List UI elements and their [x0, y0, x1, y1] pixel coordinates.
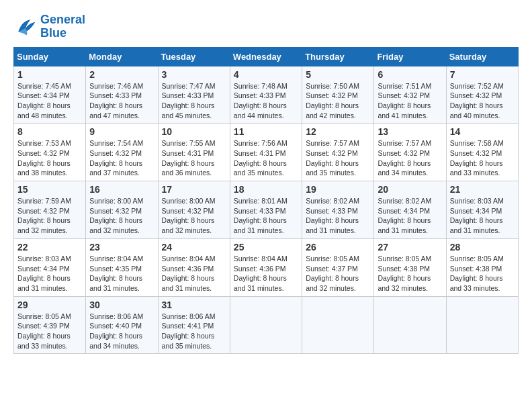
day-info: Sunrise: 8:03 AM Sunset: 4:34 PM Dayligh… [17, 254, 82, 293]
calendar-cell: 24 Sunrise: 8:04 AM Sunset: 4:36 PM Dayl… [158, 238, 230, 296]
day-number: 7 [450, 69, 515, 80]
calendar-cell: 20 Sunrise: 8:02 AM Sunset: 4:34 PM Dayl… [374, 181, 446, 239]
calendar-week-row: 22 Sunrise: 8:03 AM Sunset: 4:34 PM Dayl… [14, 238, 519, 296]
calendar-cell: 12 Sunrise: 7:57 AM Sunset: 4:32 PM Dayl… [302, 124, 374, 181]
day-number: 22 [17, 242, 82, 253]
calendar-cell: 19 Sunrise: 8:02 AM Sunset: 4:33 PM Dayl… [302, 181, 374, 239]
logo: General Blue [13, 13, 85, 40]
calendar-cell [446, 296, 518, 354]
calendar-week-row: 1 Sunrise: 7:45 AM Sunset: 4:34 PM Dayli… [14, 66, 519, 124]
calendar-cell: 26 Sunrise: 8:05 AM Sunset: 4:37 PM Dayl… [302, 238, 374, 296]
day-number: 12 [306, 126, 370, 137]
day-number: 2 [89, 69, 154, 80]
day-number: 11 [234, 126, 298, 137]
day-number: 31 [162, 300, 226, 310]
calendar-cell: 28 Sunrise: 8:05 AM Sunset: 4:38 PM Dayl… [446, 238, 518, 296]
day-info: Sunrise: 7:57 AM Sunset: 4:32 PM Dayligh… [306, 138, 370, 178]
calendar-cell: 30 Sunrise: 8:06 AM Sunset: 4:40 PM Dayl… [86, 296, 158, 354]
calendar-cell: 7 Sunrise: 7:52 AM Sunset: 4:32 PM Dayli… [446, 66, 518, 124]
day-info: Sunrise: 8:06 AM Sunset: 4:40 PM Dayligh… [89, 312, 154, 351]
day-info: Sunrise: 7:56 AM Sunset: 4:31 PM Dayligh… [234, 138, 298, 178]
day-number: 15 [17, 184, 82, 195]
day-number: 27 [378, 242, 442, 253]
calendar-cell: 16 Sunrise: 8:00 AM Sunset: 4:32 PM Dayl… [86, 181, 158, 239]
weekday-header-tuesday: Tuesday [158, 47, 230, 66]
calendar-cell [374, 296, 446, 354]
day-number: 25 [234, 242, 298, 253]
day-number: 19 [306, 184, 370, 195]
calendar-cell: 6 Sunrise: 7:51 AM Sunset: 4:32 PM Dayli… [374, 66, 446, 124]
calendar-cell: 8 Sunrise: 7:53 AM Sunset: 4:32 PM Dayli… [14, 124, 86, 181]
day-info: Sunrise: 7:46 AM Sunset: 4:33 PM Dayligh… [89, 81, 154, 121]
day-number: 29 [17, 300, 82, 310]
weekday-header-sunday: Sunday [14, 47, 86, 66]
calendar-cell [230, 296, 302, 354]
calendar-cell: 10 Sunrise: 7:55 AM Sunset: 4:31 PM Dayl… [158, 124, 230, 181]
calendar-cell: 14 Sunrise: 7:58 AM Sunset: 4:32 PM Dayl… [446, 124, 518, 181]
day-info: Sunrise: 7:59 AM Sunset: 4:32 PM Dayligh… [17, 196, 82, 236]
calendar-cell: 21 Sunrise: 8:03 AM Sunset: 4:34 PM Dayl… [446, 181, 518, 239]
calendar-week-row: 15 Sunrise: 7:59 AM Sunset: 4:32 PM Dayl… [14, 181, 519, 239]
day-info: Sunrise: 7:51 AM Sunset: 4:32 PM Dayligh… [378, 81, 442, 121]
day-number: 14 [450, 126, 515, 137]
day-info: Sunrise: 7:53 AM Sunset: 4:32 PM Dayligh… [17, 138, 82, 178]
logo-text: General Blue [40, 13, 85, 40]
day-info: Sunrise: 8:04 AM Sunset: 4:36 PM Dayligh… [162, 254, 226, 293]
day-info: Sunrise: 8:06 AM Sunset: 4:41 PM Dayligh… [162, 312, 226, 351]
calendar-table: SundayMondayTuesdayWednesdayThursdayFrid… [13, 47, 519, 355]
calendar-cell: 9 Sunrise: 7:54 AM Sunset: 4:32 PM Dayli… [86, 124, 158, 181]
calendar-cell [302, 296, 374, 354]
calendar-cell: 25 Sunrise: 8:04 AM Sunset: 4:36 PM Dayl… [230, 238, 302, 296]
calendar-cell: 11 Sunrise: 7:56 AM Sunset: 4:31 PM Dayl… [230, 124, 302, 181]
weekday-header-monday: Monday [86, 47, 158, 66]
day-number: 28 [450, 242, 515, 253]
day-info: Sunrise: 8:05 AM Sunset: 4:38 PM Dayligh… [450, 254, 515, 293]
calendar-cell: 17 Sunrise: 8:00 AM Sunset: 4:32 PM Dayl… [158, 181, 230, 239]
calendar-cell: 18 Sunrise: 8:01 AM Sunset: 4:33 PM Dayl… [230, 181, 302, 239]
day-info: Sunrise: 7:57 AM Sunset: 4:32 PM Dayligh… [378, 138, 442, 178]
day-number: 21 [450, 184, 515, 195]
day-info: Sunrise: 8:05 AM Sunset: 4:38 PM Dayligh… [378, 254, 442, 293]
day-info: Sunrise: 8:00 AM Sunset: 4:32 PM Dayligh… [162, 196, 226, 236]
day-info: Sunrise: 8:05 AM Sunset: 4:37 PM Dayligh… [306, 254, 370, 293]
day-info: Sunrise: 8:04 AM Sunset: 4:35 PM Dayligh… [89, 254, 154, 293]
day-info: Sunrise: 7:52 AM Sunset: 4:32 PM Dayligh… [450, 81, 515, 121]
day-info: Sunrise: 7:48 AM Sunset: 4:33 PM Dayligh… [234, 81, 298, 121]
day-info: Sunrise: 8:01 AM Sunset: 4:33 PM Dayligh… [234, 196, 298, 236]
calendar-cell: 5 Sunrise: 7:50 AM Sunset: 4:32 PM Dayli… [302, 66, 374, 124]
day-number: 5 [306, 69, 370, 80]
day-info: Sunrise: 7:54 AM Sunset: 4:32 PM Dayligh… [89, 138, 154, 178]
calendar-cell: 13 Sunrise: 7:57 AM Sunset: 4:32 PM Dayl… [374, 124, 446, 181]
day-info: Sunrise: 7:55 AM Sunset: 4:31 PM Dayligh… [162, 138, 226, 178]
day-info: Sunrise: 7:45 AM Sunset: 4:34 PM Dayligh… [17, 81, 82, 121]
calendar-cell: 3 Sunrise: 7:47 AM Sunset: 4:33 PM Dayli… [158, 66, 230, 124]
day-info: Sunrise: 8:05 AM Sunset: 4:39 PM Dayligh… [17, 312, 82, 351]
day-number: 24 [162, 242, 226, 253]
day-number: 4 [234, 69, 298, 80]
calendar-cell: 4 Sunrise: 7:48 AM Sunset: 4:33 PM Dayli… [230, 66, 302, 124]
calendar-cell: 27 Sunrise: 8:05 AM Sunset: 4:38 PM Dayl… [374, 238, 446, 296]
day-info: Sunrise: 8:03 AM Sunset: 4:34 PM Dayligh… [450, 196, 515, 236]
weekday-header-wednesday: Wednesday [230, 47, 302, 66]
day-info: Sunrise: 7:58 AM Sunset: 4:32 PM Dayligh… [450, 138, 515, 178]
calendar-cell: 31 Sunrise: 8:06 AM Sunset: 4:41 PM Dayl… [158, 296, 230, 354]
weekday-header-thursday: Thursday [302, 47, 374, 66]
page-header: General Blue [13, 13, 519, 40]
calendar-cell: 23 Sunrise: 8:04 AM Sunset: 4:35 PM Dayl… [86, 238, 158, 296]
calendar-cell: 22 Sunrise: 8:03 AM Sunset: 4:34 PM Dayl… [14, 238, 86, 296]
day-number: 16 [89, 184, 154, 195]
day-info: Sunrise: 8:02 AM Sunset: 4:34 PM Dayligh… [378, 196, 442, 236]
day-info: Sunrise: 8:04 AM Sunset: 4:36 PM Dayligh… [234, 254, 298, 293]
weekday-header-friday: Friday [374, 47, 446, 66]
calendar-week-row: 29 Sunrise: 8:05 AM Sunset: 4:39 PM Dayl… [14, 296, 519, 354]
logo-bird-icon [13, 15, 38, 39]
weekday-header-row: SundayMondayTuesdayWednesdayThursdayFrid… [14, 47, 519, 66]
calendar-cell: 1 Sunrise: 7:45 AM Sunset: 4:34 PM Dayli… [14, 66, 86, 124]
day-number: 3 [162, 69, 226, 80]
day-number: 8 [17, 126, 82, 137]
weekday-header-saturday: Saturday [446, 47, 518, 66]
day-info: Sunrise: 8:02 AM Sunset: 4:33 PM Dayligh… [306, 196, 370, 236]
day-number: 13 [378, 126, 442, 137]
calendar-week-row: 8 Sunrise: 7:53 AM Sunset: 4:32 PM Dayli… [14, 124, 519, 181]
day-number: 26 [306, 242, 370, 253]
